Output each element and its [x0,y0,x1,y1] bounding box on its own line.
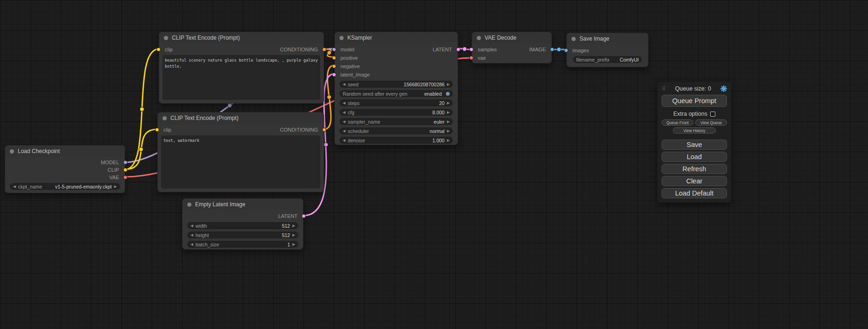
node-ksampler[interactable]: KSampler model LATENT positive negative … [334,32,458,145]
decrement-icon[interactable]: ◀ [13,185,16,189]
collapse-toggle-icon[interactable] [162,116,167,120]
height-widget[interactable]: ◀ height 512 ▶ [187,231,298,238]
link-latent-input-midpoint[interactable] [324,143,328,147]
node-header[interactable]: KSampler [335,32,458,43]
collapse-toggle-icon[interactable] [477,36,481,40]
link-model-midpoint[interactable] [228,104,232,108]
settings-gear-icon[interactable] [720,85,727,92]
node-load-checkpoint[interactable]: Load Checkpoint MODEL CLIP VAE ◀ ckpt_na… [5,145,125,193]
positive-prompt-textarea[interactable]: beautiful scenery nature glass bottle la… [162,55,320,100]
clip-output-port[interactable] [123,168,127,172]
vae-output-port[interactable] [123,175,127,180]
positive-input-port[interactable] [332,56,336,60]
cfg-widget[interactable]: ◀ cfg 8.000 ▶ [339,109,453,116]
batch-size-widget[interactable]: ◀ batch_size 1 ▶ [187,241,298,248]
link-conditioning-positive-midpoint[interactable] [327,51,332,55]
queue-prompt-button[interactable]: Queue Prompt [662,95,727,107]
collapse-toggle-icon[interactable] [164,36,168,40]
node-empty-latent-image[interactable]: Empty Latent Image LATENT ◀ width 512 ▶ … [182,198,303,250]
seed-widget[interactable]: ◀ seed 156680208700286 ▶ [339,81,453,88]
increment-icon[interactable]: ▶ [447,83,450,86]
ckpt-name-widget[interactable]: ◀ ckpt_name v1-5-pruned-emaonly.ckpt ▶ [10,183,120,190]
decrement-icon[interactable]: ◀ [343,101,346,105]
link-latent-output-midpoint[interactable] [463,47,467,51]
increment-icon[interactable]: ▶ [292,224,295,228]
link-clip-negative-midpoint[interactable] [139,147,143,152]
node-header[interactable]: Save Image [567,33,648,44]
collapse-toggle-icon[interactable] [10,149,14,154]
decrement-icon[interactable]: ◀ [343,139,346,142]
random-seed-toggle-widget[interactable]: Random seed after every gen enabled [339,90,453,97]
decrement-icon[interactable]: ◀ [191,243,193,246]
scheduler-widget[interactable]: ◀ scheduler normal ▶ [339,127,453,134]
refresh-button[interactable]: Refresh [662,164,727,174]
node-save-image[interactable]: Save Image images filename_prefix ComfyU… [566,33,649,67]
denoise-widget[interactable]: ◀ denoise 1.000 ▶ [339,137,453,144]
toggle-indicator-icon[interactable] [446,92,450,96]
increment-icon[interactable]: ▶ [447,120,450,124]
node-header[interactable]: VAE Decode [472,32,551,43]
conditioning-output-port[interactable] [322,48,326,52]
save-button[interactable]: Save [662,140,727,150]
latent-output-port[interactable] [456,48,460,52]
collapse-toggle-icon[interactable] [187,203,191,207]
node-header[interactable]: CLIP Text Encode (Prompt) [158,112,324,124]
negative-prompt-textarea[interactable]: text, watermark [161,135,320,189]
clear-button[interactable]: Clear [662,176,727,186]
load-button[interactable]: Load [662,152,727,162]
node-clip-text-encode-positive[interactable]: CLIP Text Encode (Prompt) clip CONDITION… [159,32,324,104]
view-history-button[interactable]: View History [673,127,716,133]
increment-icon[interactable]: ▶ [292,233,295,237]
link-clip-positive-midpoint[interactable] [140,107,144,112]
sampler-name-widget[interactable]: ◀ sampler_name euler ▶ [339,118,453,125]
negative-input-port[interactable] [332,64,336,69]
increment-icon[interactable]: ▶ [447,139,450,142]
input-label-samples: samples [478,47,497,52]
conditioning-output-port[interactable] [322,128,326,132]
node-header[interactable]: Load Checkpoint [5,146,125,157]
node-graph-canvas[interactable]: Load Checkpoint MODEL CLIP VAE ◀ ckpt_na… [0,0,868,329]
node-clip-text-encode-negative[interactable]: CLIP Text Encode (Prompt) clip CONDITION… [157,112,324,192]
increment-icon[interactable]: ▶ [447,101,450,105]
decrement-icon[interactable]: ◀ [343,120,346,124]
decrement-icon[interactable]: ◀ [343,83,346,86]
steps-widget[interactable]: ◀ steps 20 ▶ [339,99,453,106]
node-header[interactable]: CLIP Text Encode (Prompt) [159,32,324,43]
increment-icon[interactable]: ▶ [114,185,117,189]
images-input-port[interactable] [564,49,568,53]
latent-output-port[interactable] [302,214,306,218]
link-image-midpoint[interactable] [557,48,561,52]
input-label-clip: clip [165,47,173,52]
drag-handle-icon[interactable]: ⠿ [662,86,666,91]
clip-input-port[interactable] [155,128,159,132]
latent-image-input-port[interactable] [332,73,336,77]
model-output-port[interactable] [123,161,127,165]
increment-icon[interactable]: ▶ [292,243,295,246]
decrement-icon[interactable]: ◀ [343,111,346,114]
width-widget[interactable]: ◀ width 512 ▶ [187,222,298,229]
output-label-clip: CLIP [108,167,119,173]
link-clip-positive[interactable] [125,49,159,169]
link-conditioning-negative-midpoint[interactable] [327,95,332,99]
collapse-toggle-icon[interactable] [572,37,576,41]
clip-input-port[interactable] [156,48,161,52]
widget-value: 512 [282,223,290,229]
view-queue-button[interactable]: View Queue [695,119,727,126]
node-header[interactable]: Empty Latent Image [183,199,303,210]
model-input-port[interactable] [332,48,336,52]
image-output-port[interactable] [550,48,554,52]
link-clip-negative[interactable] [125,129,157,169]
extra-options-checkbox[interactable] [710,112,715,117]
samples-input-port[interactable] [469,48,473,52]
decrement-icon[interactable]: ◀ [191,233,193,237]
decrement-icon[interactable]: ◀ [191,224,193,228]
collapse-toggle-icon[interactable] [339,36,344,40]
increment-icon[interactable]: ▶ [447,111,450,114]
queue-front-button[interactable]: Queue Front [662,119,693,126]
node-vae-decode[interactable]: VAE Decode samples IMAGE vae [472,32,552,63]
vae-input-port[interactable] [469,56,473,60]
decrement-icon[interactable]: ◀ [343,129,346,133]
load-default-button[interactable]: Load Default [662,188,727,198]
increment-icon[interactable]: ▶ [447,129,450,133]
filename-prefix-widget[interactable]: filename_prefix ComfyUI [573,56,642,63]
